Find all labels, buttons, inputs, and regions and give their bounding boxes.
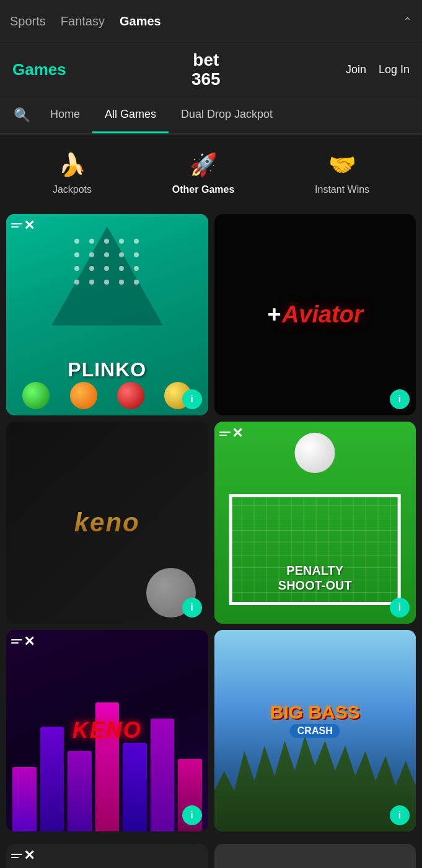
badge-line-p1 (219, 432, 231, 433)
game-card-keno-dark[interactable]: keno i (6, 422, 208, 624)
badge-x-plinko: ✕ (11, 219, 35, 232)
badge-line-partial-1 (11, 854, 22, 855)
partial-card-left[interactable]: ✕ (6, 844, 208, 868)
penalty-ball (295, 433, 335, 473)
join-button[interactable]: Join (346, 63, 366, 76)
badge-x-penalty: ✕ (219, 427, 243, 440)
category-instant-wins-label: Instant Wins (315, 184, 369, 195)
category-instant-wins[interactable]: 🤝 Instant Wins (315, 152, 369, 195)
nav-games[interactable]: Games (120, 14, 161, 29)
badge-line-partial-2 (11, 857, 19, 858)
x-icon-keno-neon: ✕ (24, 635, 35, 649)
hand-coins-icon: 🤝 (328, 152, 356, 178)
big-bass-text-line1: BIG BASS (270, 703, 360, 722)
info-button-big-bass[interactable]: i (390, 805, 410, 825)
plinko-dots (74, 239, 140, 285)
badge-line-1 (11, 223, 22, 224)
rocket-icon: 🚀 (190, 152, 218, 178)
penalty-background: PENALTYSHOOT-OUT (214, 422, 416, 624)
badge-lines-penalty (219, 432, 231, 436)
category-jackpots-label: Jackpots (53, 184, 92, 195)
keno-neon-title: KENO (73, 717, 142, 743)
x-icon-penalty: ✕ (232, 427, 243, 440)
plinko-title: PLINKO (68, 358, 146, 381)
plinko-background: PLINKO (6, 214, 208, 416)
big-bass-crash-label: CRASH (290, 724, 340, 738)
keno-neon-background: KENO (6, 630, 208, 832)
big-bass-trees (214, 730, 416, 831)
subnav-dual-drop[interactable]: Dual Drop Jackpot (169, 97, 285, 133)
nav-fantasy[interactable]: Fantasy (61, 14, 105, 29)
chevron-up-icon: ⌃ (403, 15, 412, 29)
info-button-plinko[interactable]: i (182, 389, 202, 409)
badge-lines (11, 223, 22, 228)
category-other-games-label: Other Games (172, 184, 234, 195)
keno-dark-title: keno (74, 508, 140, 538)
plinko-balls (12, 382, 202, 409)
subnav-home[interactable]: Home (38, 97, 92, 133)
badge-x-partial: ✕ (11, 849, 35, 862)
partial-card-right[interactable] (214, 844, 416, 868)
x-icon: ✕ (24, 219, 35, 232)
aviator-title: Aviator (282, 301, 363, 328)
info-button-penalty[interactable]: i (390, 598, 410, 618)
subnav-all-games[interactable]: All Games (92, 97, 169, 133)
auth-buttons: Join Log In (346, 63, 410, 76)
game-card-penalty[interactable]: PENALTYSHOOT-OUT ✕ i (214, 422, 416, 624)
plinko-ball-green (22, 382, 50, 409)
nav-sports[interactable]: Sports (10, 14, 46, 29)
category-section: 🍌 Jackpots 🚀 Other Games 🤝 Instant Wins (0, 135, 422, 208)
game-card-keno-neon[interactable]: KENO ✕ i (6, 630, 208, 832)
penalty-title: PENALTYSHOOT-OUT (278, 563, 352, 593)
logo-text: bet 365 (191, 51, 221, 89)
aviator-background: + Aviator (214, 214, 416, 416)
badge-line-p2 (219, 435, 227, 436)
info-button-keno-dark[interactable]: i (182, 598, 202, 618)
big-bass-title: BIG BASS CRASH (270, 703, 360, 738)
badge-lines-partial (11, 854, 22, 858)
category-jackpots[interactable]: 🍌 Jackpots (53, 152, 92, 195)
info-button-aviator[interactable]: i (390, 389, 410, 409)
badge-line-kn2 (11, 642, 19, 644)
nav-links: Sports Fantasy Games (10, 14, 161, 29)
header: Games bet 365 Join Log In (0, 43, 422, 97)
bottom-partial-row: ✕ (0, 844, 422, 868)
keno-dark-background: keno (6, 422, 208, 624)
x-icon-partial: ✕ (24, 849, 35, 862)
logo[interactable]: bet 365 (191, 51, 221, 89)
games-grid: PLINKO ✕ i + Aviator i keno (0, 208, 422, 844)
game-card-plinko[interactable]: PLINKO ✕ i (6, 214, 208, 416)
search-button[interactable]: 🔍 (6, 107, 38, 123)
category-other-games[interactable]: 🚀 Other Games (172, 152, 234, 195)
login-button[interactable]: Log In (379, 63, 410, 76)
game-card-big-bass[interactable]: BIG BASS CRASH i (214, 630, 416, 832)
sub-navigation: 🔍 Home All Games Dual Drop Jackpot (0, 97, 422, 135)
badge-line-2 (11, 226, 19, 228)
aviator-dash: + (267, 301, 281, 328)
info-button-keno-neon[interactable]: i (182, 805, 202, 825)
big-bass-background: BIG BASS CRASH (214, 630, 416, 832)
games-label: Games (12, 60, 66, 79)
plinko-ball-red (117, 382, 144, 409)
badge-x-keno-neon: ✕ (11, 635, 35, 649)
top-navigation: Sports Fantasy Games ⌃ (0, 0, 422, 43)
coin-icon: 🍌 (58, 152, 86, 178)
badge-line-kn1 (11, 639, 22, 640)
plinko-ball-orange (70, 382, 97, 409)
neon-bars (6, 670, 208, 831)
badge-lines-kn (11, 639, 22, 644)
game-card-aviator[interactable]: + Aviator i (214, 214, 416, 416)
